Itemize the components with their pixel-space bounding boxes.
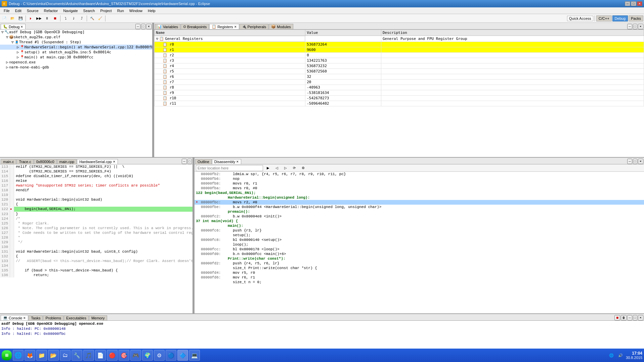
tree-item-thread[interactable]: ▽ 🧵 Thread #1 (Suspended : Step) <box>0 40 152 45</box>
reg-row-r4[interactable]: 📋 r4 536873232 <box>155 63 644 69</box>
menu-help[interactable]: Help <box>145 8 158 13</box>
disasm-opt1-btn[interactable]: ⚙ <box>299 164 307 172</box>
disasm-back-btn[interactable]: ◁ <box>273 164 281 172</box>
console-close-btn[interactable]: ✕ <box>638 315 643 320</box>
reg-row-r9[interactable]: 📋 r9 -538181634 <box>155 90 644 96</box>
tab-variables[interactable]: 📊 Variables <box>155 24 180 29</box>
code-editor[interactable]: 113 #elif (STM32_MCU_SERIES == STM32_SER… <box>0 164 192 313</box>
reg-row-r1[interactable]: 📋 r1 9600 <box>155 47 644 53</box>
debug-tab-close[interactable]: ✕ <box>20 25 23 29</box>
tab-tracec[interactable]: Trace.c <box>16 159 33 164</box>
toolbar-stepover[interactable]: ⤸ <box>70 15 77 22</box>
tab-peripherals[interactable]: 🔌 Peripherals <box>240 24 269 29</box>
registers-tab-close[interactable]: ✕ <box>234 25 237 29</box>
minimize-button[interactable]: ─ <box>625 1 630 6</box>
taskbar-app6[interactable]: 🎮 <box>130 350 141 361</box>
menu-project[interactable]: Project <box>97 8 114 13</box>
systray-network[interactable]: 🌐 <box>608 353 615 358</box>
menu-search[interactable]: Search <box>81 8 98 13</box>
menu-navigate[interactable]: Navigate <box>60 8 80 13</box>
taskbar-arduino[interactable]: 🔵 <box>166 350 176 361</box>
taskbar-app3[interactable]: 📄 <box>95 350 106 361</box>
menu-window[interactable]: Window <box>127 8 145 13</box>
toolbar-open[interactable]: 📂 <box>9 15 16 22</box>
debug-maximize-btn[interactable]: □ <box>141 24 145 29</box>
reg-row-r10[interactable]: 📋 r10 -542678273 <box>155 96 644 101</box>
tree-item-setup[interactable]: ▷ 📍 setup() at sketch_aug29a.ino:5 0x800… <box>0 50 152 55</box>
toolbar-resume[interactable]: ▶▶ <box>35 15 43 22</box>
tree-item-openocd[interactable]: ▷ ⚙ openocd.exe <box>0 60 152 65</box>
taskbar-explorer[interactable]: 📁 <box>36 350 47 361</box>
systray-volume[interactable]: 🔊 <box>617 353 624 358</box>
taskbar-app8[interactable]: ⚙ <box>154 350 165 361</box>
reg-row-r6[interactable]: 📋 r6 32 <box>155 74 644 80</box>
tab-disassembly[interactable]: Disassembly ✕ <box>212 159 241 164</box>
taskbar-terminal[interactable]: 💻 <box>189 350 200 361</box>
taskbar-files[interactable]: 📂 <box>48 350 59 361</box>
tab-registers[interactable]: 📋 Registers ✕ <box>209 24 239 29</box>
toolbar-new[interactable]: 📄 <box>1 15 8 22</box>
tree-item-gdb[interactable]: ▷ ⚙ arm-none-eabi-gdb <box>0 65 152 70</box>
reg-row-r5[interactable]: 📋 r5 536872560 <box>155 69 644 74</box>
menu-edit[interactable]: Edit <box>12 8 24 13</box>
reg-minimize-btn[interactable]: ─ <box>627 24 632 29</box>
tree-item-main[interactable]: ▷ 📍 main() at main.cpp:38 0x8000fcc <box>0 55 152 60</box>
reg-close-btn[interactable]: ✕ <box>638 24 643 29</box>
console-maximize-btn[interactable]: □ <box>633 315 637 320</box>
reg-group-row[interactable]: ▽ 📋 General Registers General Purpose an… <box>155 36 644 42</box>
code-minimize-btn[interactable]: ─ <box>182 159 186 164</box>
tree-item-hwserial[interactable]: ▷ 📍 HardwareSerial::begin() at HardwareS… <box>0 45 152 50</box>
reg-row-r8[interactable]: 📋 r8 -40963 <box>155 85 644 90</box>
taskbar-app2[interactable]: 🎵 <box>83 350 94 361</box>
menu-run[interactable]: Run <box>115 8 127 13</box>
menu-refactor[interactable]: Refactor <box>41 8 61 13</box>
tab-outline[interactable]: Outline <box>195 159 212 164</box>
tree-item-elf[interactable]: ▽ 📦 sketch_aug29a.cpp.elf <box>0 35 152 40</box>
tree-item-asdf[interactable]: ▽ 🔧 asdf Debug [GDB OpenOCD Debugging] <box>0 30 152 35</box>
toolbar-stepreturn[interactable]: ⤴ <box>78 15 85 22</box>
disasm-close[interactable]: ✕ <box>236 160 239 163</box>
tab-console[interactable]: 💻 Console ✕ <box>1 315 28 320</box>
tab-modules[interactable]: 📦 Modules <box>269 24 293 29</box>
tab-tasks[interactable]: Tasks <box>29 315 43 320</box>
reg-maximize-btn[interactable]: □ <box>633 24 637 29</box>
toolbar-build[interactable]: 🔨 <box>88 15 96 22</box>
taskbar-folder[interactable]: 🗂 <box>60 350 71 361</box>
toolbar-clean[interactable]: 🧹 <box>96 15 104 22</box>
toolbar-save[interactable]: 💾 <box>17 15 24 22</box>
taskbar-firefox[interactable]: 🦊 <box>25 350 35 361</box>
toolbar-stop[interactable]: ⏹ <box>51 15 59 22</box>
toolbar-suspend[interactable]: ⏸ <box>43 15 51 22</box>
tab-breakpoints[interactable]: ⊙ Breakpoints <box>181 24 209 29</box>
debug-close-btn[interactable]: ✕ <box>146 24 152 29</box>
tab-memory[interactable]: Memory <box>89 315 107 320</box>
toolbar-debug[interactable]: ⏵ <box>27 15 35 22</box>
perspective-cppcpp[interactable]: C/C++ <box>596 15 612 21</box>
reg-row-r7[interactable]: 📋 r7 20 <box>155 80 644 85</box>
taskbar-app4[interactable]: 🔴 <box>107 350 118 361</box>
console-stop-btn[interactable]: ⏹ <box>614 315 620 320</box>
reg-row-r2[interactable]: 📋 r2 0 <box>155 53 644 58</box>
maximize-button[interactable]: □ <box>631 1 636 6</box>
code-maximize-btn[interactable]: □ <box>187 159 192 164</box>
disasm-maximize-btn[interactable]: □ <box>633 159 637 164</box>
disasm-sync-btn[interactable]: ⟳ <box>291 164 298 172</box>
debug-minimize-btn[interactable]: ─ <box>135 24 140 29</box>
tab-hwserial[interactable]: HardwareSerial.cpp ✕ <box>77 159 118 164</box>
taskbar-eclipse-running[interactable]: 🔷 <box>177 350 188 361</box>
menu-file[interactable]: File <box>1 8 12 13</box>
disasm-fwd-btn[interactable]: ▷ <box>282 164 289 172</box>
hwserial-close[interactable]: ✕ <box>113 160 116 163</box>
console-minimize-btn[interactable]: ─ <box>627 315 632 320</box>
disasm-minimize-btn[interactable]: ─ <box>627 159 632 164</box>
menu-source[interactable]: Source <box>24 8 41 13</box>
taskbar-app1[interactable]: 🔧 <box>72 350 82 361</box>
tab-addr[interactable]: 0x80006c0 <box>34 159 57 164</box>
location-input[interactable] <box>196 165 263 171</box>
start-button[interactable]: ⊞ <box>2 350 12 360</box>
taskbar-app7[interactable]: 🌍 <box>142 350 153 361</box>
perspective-debug[interactable]: Debug <box>612 15 628 21</box>
disasm-close-btn[interactable]: ✕ <box>638 159 643 164</box>
debug-tab[interactable]: 🐛 Debug ✕ <box>1 24 26 29</box>
toolbar-stepinto[interactable]: ⤵ <box>62 15 69 22</box>
